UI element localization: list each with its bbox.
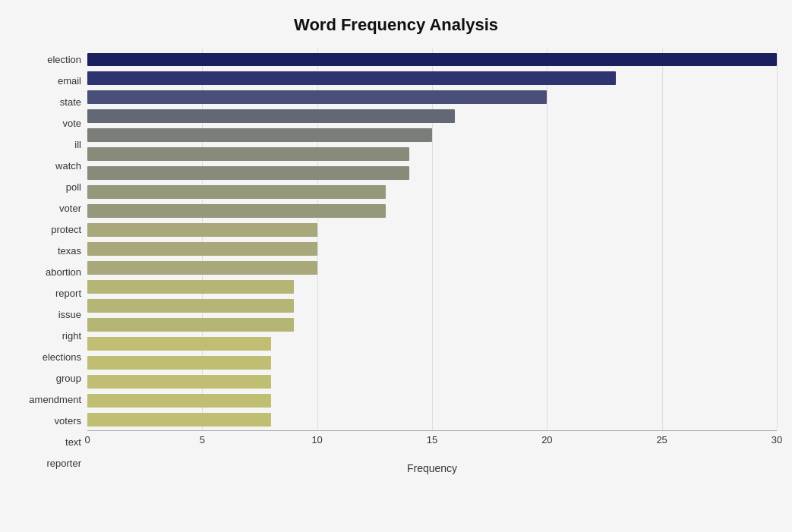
bar-row <box>87 221 777 240</box>
x-tick: 0 <box>84 434 90 445</box>
y-label: poll <box>66 182 81 192</box>
y-label: protect <box>51 225 81 235</box>
y-label: report <box>55 288 81 298</box>
x-axis-label: Frequency <box>87 462 777 474</box>
y-label: texas <box>58 246 81 256</box>
x-tick: 15 <box>427 434 437 445</box>
y-label: group <box>56 373 81 383</box>
x-tick: 20 <box>541 434 552 445</box>
bar <box>87 394 271 408</box>
bar <box>87 128 432 142</box>
bar <box>87 261 317 275</box>
bars-area <box>87 49 777 430</box>
y-label: vote <box>62 118 81 128</box>
y-label: amendment <box>29 395 81 405</box>
grid-line <box>777 49 778 430</box>
bar <box>87 280 294 294</box>
bar-row <box>87 126 777 145</box>
y-label: abortion <box>46 267 81 277</box>
y-label: voters <box>55 416 81 426</box>
bar-row <box>87 69 777 88</box>
bar <box>87 109 455 123</box>
chart-area: electionemailstatevoteillwatchpollvoterp… <box>15 49 777 474</box>
x-tick: 25 <box>656 434 667 445</box>
bar <box>87 375 271 389</box>
bar <box>87 90 547 104</box>
bar <box>87 413 271 427</box>
y-label: watch <box>55 161 81 171</box>
bar-row <box>87 145 777 164</box>
chart-container: Word Frequency Analysis electionemailsta… <box>0 0 792 532</box>
bar <box>87 166 409 180</box>
bar-row <box>87 183 777 202</box>
bar <box>87 242 317 256</box>
bar-row <box>87 353 777 372</box>
bar-row <box>87 391 777 410</box>
bars-and-x-container: 051015202530 Frequency <box>87 49 777 474</box>
bar <box>87 318 294 332</box>
bar-row <box>87 88 777 107</box>
y-label: email <box>58 76 81 86</box>
x-tick: 5 <box>200 434 205 445</box>
y-label: text <box>65 437 81 447</box>
x-axis: 051015202530 <box>87 430 777 461</box>
y-label: voter <box>59 203 81 213</box>
y-label: issue <box>58 310 81 320</box>
bar-row <box>87 334 777 353</box>
y-label: election <box>47 55 81 65</box>
bar-row <box>87 372 777 391</box>
bar <box>87 356 271 370</box>
bar-row <box>87 50 777 69</box>
bar <box>87 204 386 218</box>
chart-title: Word Frequency Analysis <box>15 15 777 35</box>
y-label: elections <box>43 352 81 362</box>
y-label: state <box>60 97 81 107</box>
x-tick: 30 <box>771 434 782 445</box>
bar-row <box>87 240 777 259</box>
bar <box>87 299 294 313</box>
y-label: reporter <box>46 458 81 468</box>
bar-row <box>87 410 777 429</box>
bar-row <box>87 164 777 183</box>
bar <box>87 223 317 237</box>
y-label: right <box>62 331 81 341</box>
bar-row <box>87 202 777 221</box>
bar-row <box>87 258 777 277</box>
bar-row <box>87 296 777 315</box>
bar <box>87 71 616 85</box>
bar-row <box>87 277 777 296</box>
y-axis-labels: electionemailstatevoteillwatchpollvoterp… <box>15 49 87 474</box>
bar <box>87 53 777 67</box>
bar <box>87 185 386 199</box>
x-tick: 10 <box>311 434 322 445</box>
bar-row <box>87 315 777 334</box>
y-label: ill <box>74 140 81 150</box>
bar <box>87 337 271 351</box>
bar <box>87 147 409 161</box>
bar-row <box>87 107 777 126</box>
bars-list <box>87 49 777 430</box>
